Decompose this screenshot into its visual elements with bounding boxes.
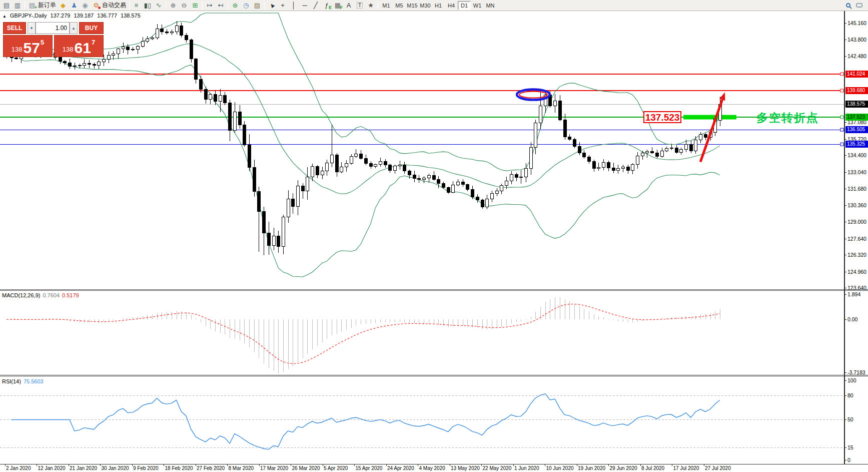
pivot-price-callout[interactable]: 137.523 (643, 111, 681, 123)
pivot-annotation-text[interactable]: 多空转折点 (756, 110, 819, 126)
timeframe-H4[interactable]: H4 (445, 1, 458, 10)
price-tag-136.505: 136.505 (845, 126, 868, 133)
candle-chart-icon: ▮▯ (144, 2, 151, 9)
chart-canvas[interactable]: 145.160143.800142.480138.440137.080135.7… (0, 0, 868, 472)
ohlc-close: 138.575 (121, 13, 141, 19)
zoom-in-button[interactable]: ⊕ (168, 1, 178, 10)
data-window-icon: ▥ (15, 2, 21, 9)
autotrade-button[interactable]: ⚙ (91, 1, 101, 10)
collapse-panel-icon[interactable]: ▲ (3, 14, 7, 19)
svg-text:12 Jan 2020: 12 Jan 2020 (38, 465, 66, 471)
macd-main-value: 0.7604 (43, 292, 60, 298)
svg-text:17 Jul 2020: 17 Jul 2020 (673, 465, 699, 471)
sell-button[interactable]: SELL (3, 22, 26, 34)
bar-chart-icon: ≡ (134, 4, 140, 8)
macd-indicator-label: MACD(12,26,9)0.76040.5179 (2, 292, 79, 298)
svg-text:129.000: 129.000 (847, 219, 866, 225)
price-tag-135.325: 135.325 (845, 141, 868, 148)
volume-increase-button[interactable]: ▲ (70, 22, 78, 34)
crosshair-icon: + (281, 2, 285, 9)
zoom-out-icon: ⊖ (182, 2, 187, 9)
templates-button[interactable]: ▨ (252, 1, 262, 10)
periods-button[interactable]: ◷ (241, 1, 251, 10)
sell-price-quote[interactable]: 138 57 5 (3, 35, 53, 57)
buy-button[interactable]: BUY (79, 22, 104, 34)
chat-icon (856, 3, 862, 8)
sell-price-big: 57 (24, 42, 40, 55)
candle-chart-button[interactable]: ▮▯ (143, 1, 153, 10)
svg-text:26 Mar 2020: 26 Mar 2020 (292, 465, 321, 471)
buy-price-quote[interactable]: 138 61 7 (54, 35, 104, 57)
line-chart-icon: ∿ (156, 2, 162, 9)
arrows-button[interactable]: ★ (366, 1, 376, 10)
new-order-label: 新订单 (38, 1, 56, 10)
contacts-icon: ♟ (71, 2, 77, 9)
timeframe-MN[interactable]: MN (484, 1, 497, 10)
quotes-button[interactable]: ◆ (58, 1, 68, 10)
charts-button[interactable]: ▤ (2, 1, 12, 10)
timeframe-M15[interactable]: M15 (406, 1, 419, 10)
svg-text:50: 50 (847, 416, 853, 422)
pivot-highlight-segment[interactable] (683, 115, 736, 120)
zoom-in-icon: ⊕ (171, 2, 176, 9)
volume-decrease-button[interactable]: ▼ (28, 22, 36, 34)
contacts-button[interactable]: ♟ (69, 1, 79, 10)
auto-scroll-button[interactable]: ↦ (205, 1, 215, 10)
bar-chart-button[interactable]: ≡ (132, 1, 142, 10)
timeframe-M5[interactable]: M5 (393, 1, 406, 10)
chart-shift-button[interactable]: ↤ (216, 1, 226, 10)
rsi-name: RSI(14) (2, 378, 21, 384)
svg-text:133.040: 133.040 (847, 169, 866, 175)
svg-text:9 Feb 2020: 9 Feb 2020 (133, 465, 159, 471)
community-chat-button[interactable] (854, 1, 864, 10)
search-button[interactable] (843, 1, 853, 10)
timeframe-H1[interactable]: H1 (432, 1, 445, 10)
toolbar-separator (378, 2, 378, 10)
tile-windows-button[interactable]: ⊞ (190, 1, 200, 10)
svg-text:127.640: 127.640 (847, 236, 866, 242)
timeframe-M1[interactable]: M1 (380, 1, 393, 10)
ohlc-open: 137.279 (51, 13, 71, 19)
zoom-out-button[interactable]: ⊖ (179, 1, 189, 10)
indicators-button[interactable]: ⊛ (230, 1, 240, 10)
chart-shift-icon: ↤ (218, 2, 224, 9)
ohlc-low: 136.777 (97, 13, 117, 19)
timeframe-W1[interactable]: W1 (471, 1, 484, 10)
text-button[interactable]: A (344, 1, 354, 10)
fibonacci-button[interactable]: ƒE (322, 1, 332, 10)
fibo-fan-button[interactable]: ▦F (333, 1, 343, 10)
data-window-button[interactable]: ▥ (13, 1, 23, 10)
date-axis-labels[interactable]: 2 Jan 202012 Jan 202021 Jan 202030 Jan 2… (5, 464, 731, 471)
trendline-button[interactable]: ╱ (311, 1, 321, 10)
macd-name: MACD(12,26,9) (2, 292, 40, 298)
volume-input[interactable] (36, 22, 70, 34)
charts-icon: ▤ (4, 2, 10, 9)
buy-price-big: 61 (75, 42, 91, 55)
svg-text:10 Jun 2020: 10 Jun 2020 (546, 465, 574, 471)
cursor-icon: ▲ (267, 1, 276, 10)
symbol-title: GBPJPY-,Daily (10, 13, 47, 19)
rsi-indicator-label: RSI(14)75.5603 (2, 378, 44, 384)
buy-price-figure: 138 (63, 46, 74, 53)
vertical-line-button[interactable]: │ (289, 1, 299, 10)
search-icon (846, 3, 850, 8)
new-order-button[interactable]: ▤+ (27, 1, 37, 10)
svg-text:126.320: 126.320 (847, 252, 866, 258)
crosshair-button[interactable]: + (278, 1, 288, 10)
cursor-button[interactable]: ▲ (267, 1, 277, 10)
svg-text:15 Apr 2020: 15 Apr 2020 (356, 465, 383, 471)
svg-text:134.400: 134.400 (847, 152, 866, 158)
svg-text:1 Jun 2020: 1 Jun 2020 (514, 465, 539, 471)
signal-button[interactable]: ◉ (80, 1, 90, 10)
buy-price-pip: 7 (92, 39, 95, 46)
plus-badge-icon: + (35, 6, 37, 10)
svg-text:27 Jul 2020: 27 Jul 2020 (705, 465, 731, 471)
svg-text:142.480: 142.480 (847, 53, 866, 59)
horizontal-line-button[interactable]: ─ (300, 1, 310, 10)
timeframe-D1[interactable]: D1 (458, 1, 471, 10)
line-chart-button[interactable]: ∿ (154, 1, 164, 10)
timeframe-M30[interactable]: M30 (419, 1, 432, 10)
sell-price-pip: 5 (41, 39, 44, 46)
svg-text:5 Apr 2020: 5 Apr 2020 (324, 465, 348, 471)
label-button[interactable]: T (355, 1, 365, 10)
